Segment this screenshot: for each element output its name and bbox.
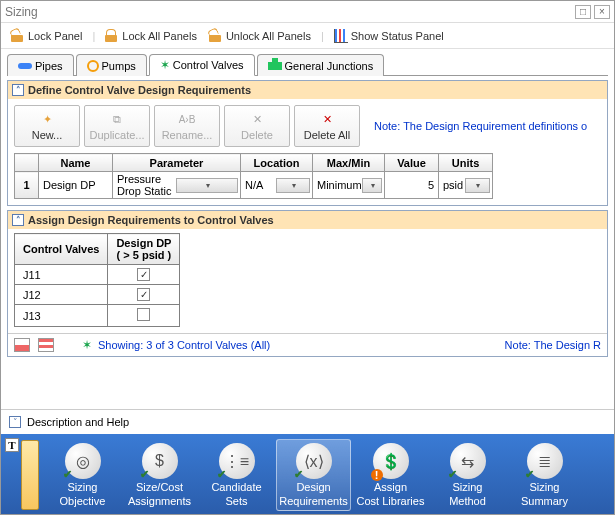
col-maxmin[interactable]: Max/Min [313,154,385,172]
description-help[interactable]: ˅ Description and Help [1,409,614,434]
ribbon-icon: $ [142,443,178,479]
ribbon-icon: ≣ [527,443,563,479]
section-title: Assign Design Requirements to Control Va… [28,214,274,226]
checkbox[interactable]: ✓ [137,268,150,281]
chevron-down-icon[interactable]: ▾ [465,178,491,193]
text-tool-button[interactable]: T [5,438,19,452]
maxmin-cell[interactable]: Minimum▾ [313,172,385,199]
lock-icon [105,29,119,43]
delete-all-button[interactable]: ✕Delete All [294,105,360,147]
ribbon-icon: ⋮≡ [219,443,255,479]
define-requirements-section: ˄Define Control Valve Design Requirement… [7,80,608,206]
tab-pipes[interactable]: Pipes [7,54,74,76]
pump-icon [87,60,99,72]
assign-row[interactable]: J11✓ [15,265,180,285]
bottom-ribbon: T ◎SizingObjective$Size/CostAssignments⋮… [1,434,614,515]
col-value[interactable]: Value [385,154,439,172]
chevron-down-icon[interactable]: ▾ [276,178,311,193]
tab-general-junctions[interactable]: General Junctions [257,54,385,76]
delete-button[interactable]: ✕Delete [224,105,290,147]
valve-icon: ✶ [82,338,92,352]
ribbon-icon: ⇆ [450,443,486,479]
new-button[interactable]: ✦New... [14,105,80,147]
col-units[interactable]: Units [439,154,493,172]
ribbon-objective[interactable]: ◎SizingObjective [45,439,120,511]
table-row[interactable]: 1 Design DP Pressure Drop Static▾ N/A▾ M… [15,172,493,199]
value-cell[interactable]: 5 [385,172,439,199]
tab-pumps[interactable]: Pumps [76,54,147,76]
collapse-icon[interactable]: ˄ [12,84,24,96]
lock-open-icon [11,29,25,43]
col-control-valves[interactable]: Control Valves [15,234,108,265]
collapse-icon[interactable]: ˄ [12,214,24,226]
lock-all-button[interactable]: Lock All Panels [101,27,201,45]
col-location[interactable]: Location [241,154,313,172]
requirements-grid: Name Parameter Location Max/Min Value Un… [14,153,493,199]
showing-label: Showing: 3 of 3 Control Valves (All) [98,339,489,351]
pipe-icon [18,63,32,69]
section-title: Define Control Valve Design Requirements [28,84,251,96]
col-parameter[interactable]: Parameter [113,154,241,172]
toolbar: Lock Panel | Lock All Panels Unlock All … [1,23,614,49]
description-label: Description and Help [27,416,129,428]
definitions-note: Note: The Design Requirement definitions… [374,120,587,132]
ribbon-method[interactable]: ⇆SizingMethod [430,439,505,511]
chevron-down-icon[interactable]: ▾ [176,178,239,193]
assign-requirements-section: ˄Assign Design Requirements to Control V… [7,210,608,357]
assign-grid: Control Valves Design DP( > 5 psid ) J11… [14,233,180,327]
checkbox[interactable]: ✓ [137,288,150,301]
ribbon-icon: ◎ [65,443,101,479]
close-button[interactable]: × [594,5,610,19]
assign-row[interactable]: J12✓ [15,285,180,305]
expand-icon[interactable]: ˅ [9,416,21,428]
ribbon-summary[interactable]: ≣SizingSummary [507,439,582,511]
lock-panel-button[interactable]: Lock Panel [7,27,86,45]
window-title: Sizing [5,5,572,19]
maximize-button[interactable]: □ [575,5,591,19]
ribbon-design[interactable]: ⟨x⟩DesignRequirements [276,439,351,511]
col-name[interactable]: Name [39,154,113,172]
ribbon-icon: 💲 [373,443,409,479]
chevron-down-icon[interactable]: ▾ [362,178,382,193]
assign-note: Note: The Design R [505,339,601,351]
parameter-cell[interactable]: Pressure Drop Static▾ [113,172,241,199]
checkbox[interactable] [137,308,150,321]
ribbon-assign[interactable]: 💲AssignCost Libraries [353,439,428,511]
junction-icon [268,62,282,70]
grid-view-icon-2[interactable] [38,338,54,352]
name-cell[interactable]: Design DP [39,172,113,199]
status-icon [334,29,348,43]
title-bar: Sizing □ × [1,1,614,23]
units-cell[interactable]: psid▾ [439,172,493,199]
rename-button[interactable]: A›BRename... [154,105,220,147]
tab-strip: Pipes Pumps ✶Control Valves General Junc… [7,53,608,76]
tab-control-valves[interactable]: ✶Control Valves [149,54,255,76]
show-status-button[interactable]: Show Status Panel [330,27,448,45]
assign-row[interactable]: J13 [15,305,180,327]
col-design-dp[interactable]: Design DP( > 5 psid ) [108,234,180,265]
unlock-all-button[interactable]: Unlock All Panels [205,27,315,45]
ribbon-icon: ⟨x⟩ [296,443,332,479]
location-cell[interactable]: N/A▾ [241,172,313,199]
lock-open-icon [209,29,223,43]
duplicate-button[interactable]: ⧉Duplicate... [84,105,150,147]
valve-icon: ✶ [160,58,170,72]
side-tab[interactable] [21,440,39,510]
ribbon-sizecost[interactable]: $Size/CostAssignments [122,439,197,511]
grid-view-icon[interactable] [14,338,30,352]
ribbon-candidate[interactable]: ⋮≡CandidateSets [199,439,274,511]
